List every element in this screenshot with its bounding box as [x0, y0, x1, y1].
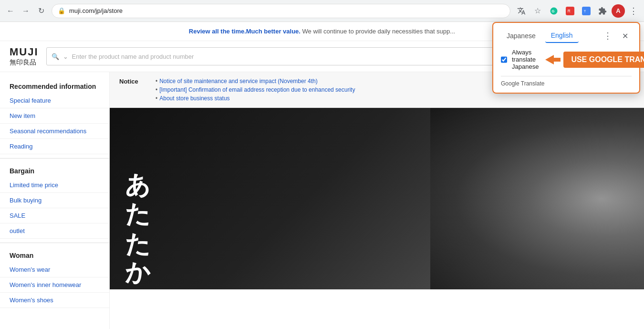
sidebar-item-womens-shoes[interactable]: Women's shoes — [0, 293, 109, 308]
site-logo[interactable]: MUJI 無印良品 — [10, 46, 39, 67]
lock-icon: 🔒 — [58, 7, 65, 14]
logo-japanese-text: 無印良品 — [10, 58, 39, 67]
sidebar-item-special-feature[interactable]: Special feature — [0, 93, 109, 108]
always-translate-checkbox[interactable] — [501, 56, 507, 64]
sidebar-item-womens-inner[interactable]: Women's inner homewear — [0, 277, 109, 293]
svg-marker-6 — [545, 55, 561, 64]
back-button[interactable]: ← — [4, 4, 17, 18]
chrome-menu-button[interactable]: ⋮ — [627, 4, 640, 18]
svg-text:T: T — [584, 9, 586, 13]
url-text: muji.com/jp/ja/store — [69, 7, 504, 14]
banner-text: We will continue to provide daily necess… — [302, 28, 456, 35]
google-translate-branding: Google Translate — [501, 80, 632, 87]
sidebar-item-new-item[interactable]: New item — [0, 108, 109, 124]
sidebar-woman-title: Woman — [0, 247, 109, 262]
popup-menu-button[interactable]: ⋮ — [601, 29, 614, 42]
bookmark-icon[interactable]: ☆ — [530, 4, 545, 18]
use-google-translate-button[interactable]: USE GOOGLE TRANSLATE! — [563, 52, 644, 68]
english-tab[interactable]: English — [545, 29, 579, 43]
sidebar-item-outlet[interactable]: outlet — [0, 223, 109, 239]
sidebar-item-limited-time[interactable]: Limited time price — [0, 178, 109, 193]
notice-link-1[interactable]: Notice of site maintenance and service i… — [156, 78, 355, 85]
svg-rect-4 — [582, 7, 591, 15]
hero-text: あたたか — [124, 155, 151, 275]
translate-popup-header: Japanese English ⋮ ✕ — [501, 29, 632, 43]
extension1-icon[interactable]: R — [563, 4, 577, 18]
search-bar[interactable]: 🔍 ⌄ Enter the product name and product n… — [46, 47, 562, 65]
toolbar-icons: ☆ G R T A ⋮ — [514, 4, 640, 18]
extensions-icon[interactable] — [595, 4, 610, 18]
svg-text:R: R — [568, 9, 571, 13]
hero-image: あたたか — [110, 108, 644, 289]
reload-button[interactable]: ↻ — [34, 4, 48, 18]
japanese-tab[interactable]: Japanese — [501, 29, 541, 42]
notice-links: Notice of site maintenance and service i… — [156, 78, 355, 102]
search-chevron: ⌄ — [63, 53, 68, 60]
popup-close-button[interactable]: ✕ — [618, 29, 632, 42]
grammarly-icon[interactable]: G — [547, 4, 561, 18]
search-placeholder: Enter the product name and product numbe… — [72, 53, 194, 60]
search-icon: 🔍 — [52, 53, 59, 60]
translate-option-row: Always translate Japanese USE GOOGLE TRA… — [501, 49, 632, 70]
sidebar-divider-1 — [0, 158, 109, 159]
sidebar-item-reading[interactable]: Reading — [0, 139, 109, 154]
popup-divider — [501, 76, 632, 76]
notice-link-2[interactable]: [Important] Confirmation of email addres… — [156, 86, 355, 93]
address-bar[interactable]: 🔒 muji.com/jp/ja/store — [52, 4, 510, 18]
notice-link-3[interactable]: About store business status — [156, 95, 355, 102]
hero-texture — [430, 108, 644, 289]
profile-icon[interactable]: A — [612, 4, 625, 18]
sidebar-divider-2 — [0, 243, 109, 243]
translate-icon[interactable] — [514, 4, 529, 18]
arrow-icon — [545, 55, 561, 64]
translate-popup: Japanese English ⋮ ✕ Always translate Ja… — [492, 22, 640, 94]
extension2-icon[interactable]: T — [579, 4, 593, 18]
sidebar-bargain-title: Bargain — [0, 162, 109, 178]
page-layout: Recommended information Special feature … — [0, 72, 644, 329]
banner-highlight: Review all the time.Much better value. — [189, 28, 301, 35]
notice-label: Notice — [119, 78, 148, 102]
nav-buttons: ← → ↻ — [4, 4, 48, 18]
sidebar: Recommended information Special feature … — [0, 72, 110, 329]
sidebar-item-sale[interactable]: SALE — [0, 208, 109, 223]
sidebar-item-seasonal[interactable]: Seasonal recommendations — [0, 124, 109, 139]
sidebar-recommended-title: Recommended information — [0, 80, 109, 93]
always-translate-label: Always translate Japanese — [512, 49, 539, 70]
sidebar-item-womens-wear[interactable]: Women's wear — [0, 262, 109, 277]
main-content: Notice Notice of site maintenance and se… — [110, 72, 644, 329]
sidebar-item-bulk[interactable]: Bulk buying — [0, 193, 109, 208]
browser-chrome: ← → ↻ 🔒 muji.com/jp/ja/store ☆ G R T A ⋮ — [0, 0, 644, 22]
forward-button[interactable]: → — [19, 4, 32, 18]
svg-text:G: G — [552, 9, 555, 13]
logo-muji-text: MUJI — [10, 46, 39, 58]
